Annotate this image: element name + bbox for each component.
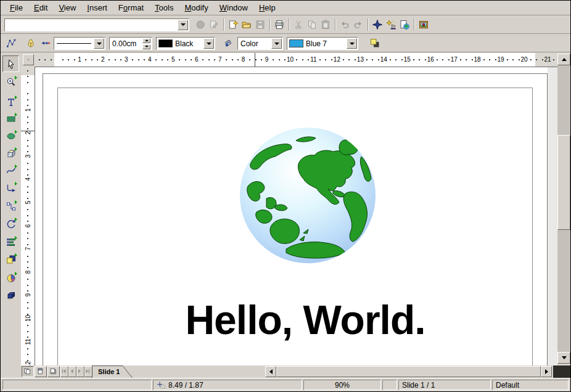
ruler-number: 7 <box>215 56 225 63</box>
arrow-ends-button[interactable] <box>39 36 52 50</box>
menu-tools[interactable]: Tools <box>149 1 179 14</box>
load-url-combobox[interactable] <box>4 18 189 31</box>
scissors-icon <box>294 20 303 30</box>
ruler-tick <box>553 59 554 60</box>
line-style-dropdown-arrow[interactable] <box>94 38 104 49</box>
ruler-tick <box>27 82 28 83</box>
slide-view-button[interactable] <box>22 366 34 377</box>
cut-button[interactable] <box>292 18 305 31</box>
toolbar-separator <box>365 18 371 31</box>
arrange-tool[interactable] <box>2 251 19 267</box>
ellipse-tool[interactable] <box>2 128 19 144</box>
print-button[interactable] <box>273 18 286 31</box>
select-tool[interactable] <box>2 55 19 72</box>
scroll-up-button[interactable] <box>557 54 570 65</box>
slide-tab[interactable]: Slide 1 <box>92 365 133 378</box>
ruler-number: 10 <box>286 56 295 63</box>
menu-window[interactable]: Window <box>214 1 253 14</box>
line-width-stepper[interactable]: 0.00cm <box>109 37 152 50</box>
gallery-button[interactable] <box>417 18 430 31</box>
menu-modify[interactable]: Modify <box>179 1 213 14</box>
lines-arrows-tool[interactable] <box>2 179 19 196</box>
line-color-select[interactable]: Black <box>156 37 215 50</box>
curve-tool[interactable] <box>2 162 19 179</box>
alignment-tool[interactable] <box>2 234 19 250</box>
master-view-button[interactable] <box>35 366 47 377</box>
vertical-ruler[interactable]: 123456789101112 <box>21 67 35 365</box>
line-color-dropdown-arrow[interactable] <box>203 38 214 49</box>
line-pen-button[interactable] <box>24 36 38 50</box>
3d-effects-tool[interactable] <box>2 287 19 303</box>
slide-title-text[interactable]: Hello, World. <box>185 296 425 343</box>
line-style-select[interactable] <box>54 37 105 50</box>
navigator-button[interactable] <box>371 18 384 31</box>
copy-button[interactable] <box>305 18 319 31</box>
horizontal-ruler[interactable]: 123456789101112131415161718192021 <box>35 53 557 67</box>
redo-arrow-icon <box>353 20 363 30</box>
line-color-swatch <box>158 39 173 47</box>
status-zoom-cell[interactable]: 90% <box>303 380 381 390</box>
url-dropdown-arrow[interactable] <box>178 20 188 30</box>
menu-file[interactable]: File <box>4 1 28 14</box>
url-input[interactable] <box>5 20 177 30</box>
ruler-tick <box>512 59 514 60</box>
autopilot-button[interactable] <box>384 18 398 31</box>
menu-insert[interactable]: Insert <box>81 1 113 14</box>
wizard-sparkle-icon <box>386 20 396 30</box>
rotate-tool[interactable] <box>2 215 19 232</box>
fill-color-select[interactable]: Blue 7 <box>287 37 358 50</box>
globe-image[interactable] <box>239 126 376 264</box>
workspace-right-strip <box>548 67 557 365</box>
fill-type-select[interactable]: Color <box>237 37 283 50</box>
ruler-number: 8 <box>25 267 31 277</box>
ruler-tick <box>202 59 203 60</box>
edit-file-button[interactable] <box>207 18 221 31</box>
menu-format[interactable]: Format <box>113 1 149 14</box>
scrollbar-corner <box>553 365 570 378</box>
drawing-canvas[interactable]: Hello, World. <box>35 67 557 365</box>
stop-button[interactable] <box>194 18 207 31</box>
line-width-down-button[interactable] <box>142 44 150 49</box>
shadow-button[interactable] <box>368 36 382 50</box>
horizontal-scroll-thumb[interactable] <box>276 366 541 377</box>
open-button[interactable] <box>240 18 253 31</box>
menu-help[interactable]: Help <box>253 1 281 14</box>
connector-tool[interactable] <box>2 198 19 214</box>
scroll-down-button[interactable] <box>557 352 570 364</box>
ruler-tick <box>62 59 64 60</box>
ruler-origin-button[interactable] <box>23 54 34 65</box>
arrow-up-icon <box>562 58 567 61</box>
ruler-tick <box>296 59 297 60</box>
rectangle-tool[interactable] <box>2 110 19 127</box>
redo-button[interactable] <box>351 18 365 31</box>
3d-objects-tool[interactable] <box>2 145 19 161</box>
next-slide-button[interactable] <box>76 366 84 377</box>
scroll-right-button[interactable] <box>541 366 552 377</box>
scroll-left-button[interactable] <box>265 366 276 377</box>
line-style-preview <box>54 43 93 44</box>
vertical-scrollbar[interactable] <box>557 54 570 364</box>
web-document-button[interactable] <box>398 18 411 31</box>
menu-view[interactable]: View <box>53 1 81 14</box>
save-button[interactable] <box>253 18 267 31</box>
fill-type-dropdown-arrow[interactable] <box>271 38 282 49</box>
fill-can-button[interactable] <box>221 36 235 50</box>
new-document-button[interactable] <box>226 18 240 31</box>
nav-prev-icon <box>68 368 76 376</box>
first-slide-button[interactable] <box>60 366 68 377</box>
text-tool[interactable] <box>2 93 19 110</box>
edit-points-button[interactable] <box>4 36 18 50</box>
paste-button[interactable] <box>319 18 332 31</box>
undo-button[interactable] <box>338 18 351 31</box>
zoom-tool[interactable] <box>2 73 19 90</box>
menu-edit[interactable]: Edit <box>28 1 53 14</box>
line-width-up-button[interactable] <box>142 38 150 43</box>
layer-view-button[interactable] <box>47 366 60 377</box>
vertical-scroll-thumb[interactable] <box>557 135 570 230</box>
last-slide-button[interactable] <box>84 366 92 377</box>
ruler-number: 17 <box>449 56 459 63</box>
previous-slide-button[interactable] <box>68 366 76 377</box>
insert-tool[interactable] <box>2 269 19 286</box>
ruler-tick <box>536 59 537 60</box>
fill-color-dropdown-arrow[interactable] <box>347 38 357 49</box>
